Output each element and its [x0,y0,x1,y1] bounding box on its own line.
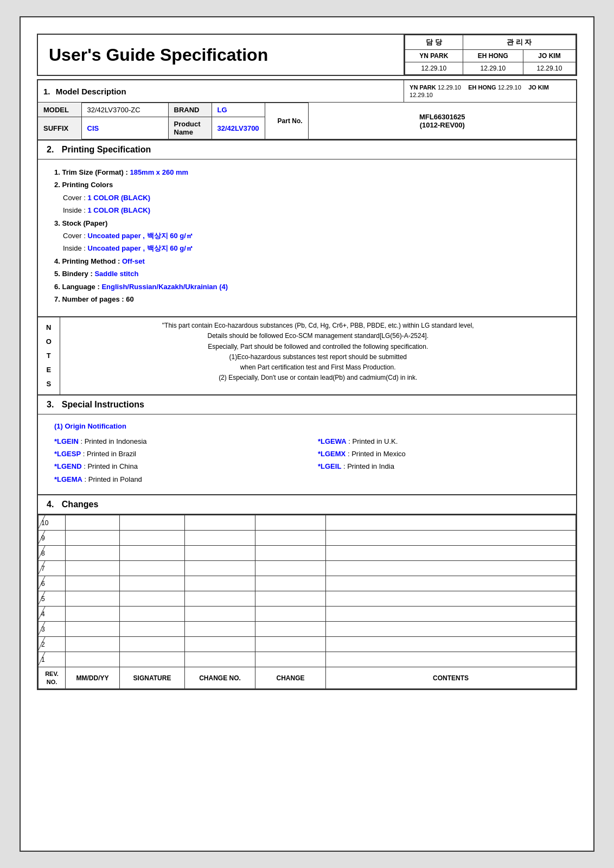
contact-label: 담 당 [405,35,463,50]
managers-label: 관 리 자 [463,35,575,50]
change-cell [120,652,185,667]
change-cell [66,515,120,531]
part-no-value: MFL66301625 (1012-REV00) [308,103,576,139]
printing-spec-content: 1. Trim Size (Format) : 185mm x 260 mm 2… [38,159,576,316]
origin-title: (1) Origin Notification [54,420,560,432]
note-line-3: Especially, Part should be followed and … [66,342,571,352]
change-cell [326,515,576,531]
manager1-name: YN PARK [405,50,463,62]
section1-header: 1. Model Description YN PARK 12.29.10 EH… [38,80,576,103]
section2: 2. Printing Specification 1. Trim Size (… [37,141,577,317]
change-cell [255,561,326,576]
origin-lgein: *LGEIN : Printed in Indonesia [54,435,296,448]
notes-content: "This part contain Eco-hazardous substan… [60,317,576,394]
eh-hong-label: EH HONG [468,84,496,91]
change-cell [185,591,255,607]
change-cell [185,515,255,531]
change-cell [185,531,255,546]
brand-label: BRAND [168,103,212,117]
manager1-date: 12.29.10 [405,62,463,75]
section3-header: 3. Special Instructions [38,395,576,414]
manager2-name: EH HONG [463,50,523,62]
item-language: 6. Language : English/Russian/Kazakh/Ukr… [54,280,560,293]
change-cell [326,607,576,622]
table-row: 3 [39,622,576,637]
rev-cell: 4 [39,607,66,622]
eh-hong-date: 12.29.10 [498,84,521,91]
change-cell [185,652,255,667]
table-row: 1 [39,652,576,667]
section2-title: Printing Specification [62,145,151,154]
change-cell [185,637,255,652]
yn-park-date: 12.29.10 [438,84,461,91]
sig-col-header: SIGNATURE [120,667,185,689]
origins-columns: *LGEIN : Printed in Indonesia *LGESP : P… [54,435,560,486]
change-cell [326,531,576,546]
model-table: MODEL 32/42LV3700-ZC BRAND LG Part No. M… [38,103,576,139]
section1: 1. Model Description YN PARK 12.29.10 EH… [37,79,577,141]
change-cell [255,591,326,607]
page: User's Guide Specification 담 당 관 리 자 YN … [20,16,594,852]
model-value: 32/42LV3700-ZC [81,103,168,117]
table-row: 2 [39,637,576,652]
change-cell [120,622,185,637]
origin-lgend: *LGEND : Printed in China [54,460,296,473]
page-title: User's Guide Specification [37,34,404,75]
section4: 4. Changes 10987654321 REV.NO. MM/DD/YY … [37,495,577,690]
section1-number: 1. [43,87,50,96]
change-cell [326,561,576,576]
yn-park-label: YN PARK [410,84,436,91]
change-cell [255,607,326,622]
change-cell [66,546,120,561]
rev-cell: 7 [39,561,66,576]
change-cell [255,531,326,546]
header-table: User's Guide Specification 담 당 관 리 자 YN … [37,34,577,76]
date-col-header: MM/DD/YY [66,667,120,689]
section3-title: Special Instructions [62,400,144,409]
change-cell [66,607,120,622]
change-cell [66,531,120,546]
change-cell [66,561,120,576]
section4-number: 4. [47,500,54,509]
item-inside-stock: Inside : Uncoated paper , 백상지 60 g/㎡ [54,242,560,254]
manager3-date: 12.29.10 [523,62,575,75]
change-cell [326,546,576,561]
changeno-col-header: CHANGE NO. [185,667,255,689]
change-cell [255,652,326,667]
rev-cell: 5 [39,591,66,607]
change-cell [255,515,326,531]
notes-table: NOTES "This part contain Eco-hazardous s… [38,317,576,394]
change-cell [326,637,576,652]
item-cover-stock: Cover : Uncoated paper , 백상지 60 g/㎡ [54,229,560,242]
section4-header: 4. Changes [38,495,576,515]
item-bindery: 5. Bindery : Saddle stitch [54,267,560,280]
manager2-date: 12.29.10 [463,62,523,75]
changes-table: 10987654321 REV.NO. MM/DD/YY SIGNATURE C… [38,515,576,689]
change-cell [120,515,185,531]
note-line-2: Details should be followed Eco-SCM manag… [66,331,571,341]
note-line-4: (1)Eco-hazardous substances test report … [66,352,571,362]
section4-title: Changes [62,500,99,509]
rev-cell: 3 [39,622,66,637]
manager3-name: JO KIM [523,50,575,62]
suffix-value: CIS [81,117,168,139]
section3-number: 3. [47,400,54,409]
change-cell [120,561,185,576]
table-row: 8 [39,546,576,561]
change-cell [120,546,185,561]
change-cell [120,576,185,591]
change-cell [120,591,185,607]
note-line-1: "This part contain Eco-hazardous substan… [66,321,571,331]
change-cell [255,576,326,591]
table-row: 7 [39,561,576,576]
item-stock: 3. Stock (Paper) [54,217,560,229]
rev-cell: 1 [39,652,66,667]
contents-col-header: CONTENTS [326,667,576,689]
item-pages: 7. Number of pages : 60 [54,293,560,305]
change-cell [326,591,576,607]
product-name-value: 32/42LV3700 [212,117,265,139]
origin-lgemx: *LGEMX : Printed in Mexico [318,448,560,460]
change-cell [66,637,120,652]
special-content: (1) Origin Notification *LGEIN : Printed… [38,414,576,494]
notes-side-label: NOTES [38,317,60,394]
